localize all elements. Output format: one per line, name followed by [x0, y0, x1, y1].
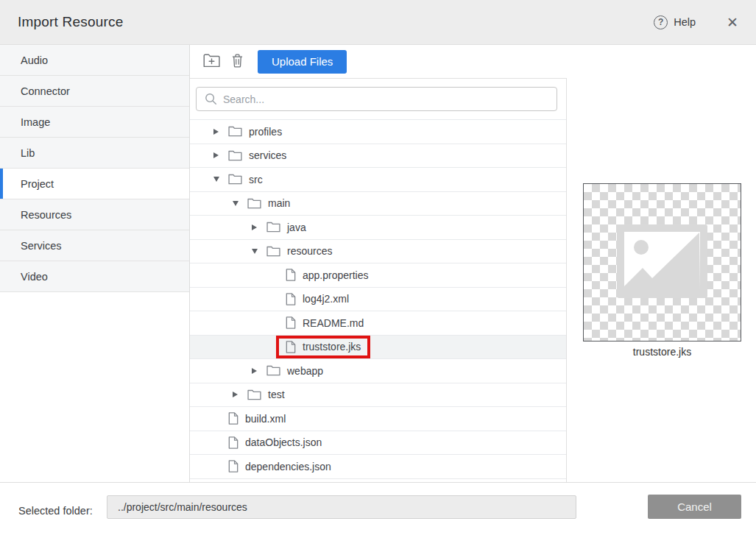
folder-icon	[228, 174, 242, 185]
dialog-body: AudioConnectorImageLibProjectResourcesSe…	[0, 45, 756, 482]
preview-panel: truststore.jks	[567, 78, 756, 482]
expand-arrow-icon[interactable]	[252, 224, 266, 230]
tree-row-label: dataObjects.json	[245, 436, 322, 448]
dialog-title: Import Resource	[18, 14, 123, 30]
tree-row-readme-md[interactable]: README.md	[190, 311, 566, 336]
tree-row-label: main	[268, 197, 290, 209]
tree-row-services[interactable]: services	[190, 144, 566, 169]
folder-icon	[228, 150, 242, 161]
sidebar-item-resources[interactable]: Resources	[0, 199, 189, 230]
expand-arrow-icon[interactable]	[213, 129, 228, 135]
tree-row-java[interactable]: java	[190, 216, 566, 240]
tree-row-app-properties[interactable]: app.properties	[190, 263, 566, 288]
category-sidebar: AudioConnectorImageLibProjectResourcesSe…	[0, 45, 190, 482]
sidebar-item-label: Lib	[21, 147, 35, 159]
tree-row-label: log4j2.xml	[303, 293, 349, 305]
sidebar-item-label: Services	[21, 240, 62, 252]
folder-icon	[266, 246, 280, 257]
header-actions: ? Help ✕	[654, 15, 738, 29]
sidebar-item-services[interactable]: Services	[0, 230, 189, 261]
collapse-arrow-icon[interactable]	[252, 249, 266, 254]
folder-plus-icon	[203, 54, 220, 70]
file-icon	[286, 293, 296, 305]
tree-row-src[interactable]: src	[190, 168, 566, 192]
close-icon[interactable]: ✕	[727, 15, 738, 29]
search-input[interactable]	[196, 87, 557, 111]
delete-button[interactable]	[230, 52, 244, 71]
main-area: Upload Files	[190, 45, 756, 482]
sidebar-item-label: Resources	[21, 209, 71, 221]
file-tree: profilesservicessrcmainjavaresourcesapp.…	[190, 120, 566, 482]
selected-folder-label: Selected folder:	[18, 505, 93, 517]
tree-row-dependencies-json[interactable]: dependencies.json	[190, 455, 566, 479]
broken-image-placeholder-icon	[617, 224, 707, 301]
sidebar-item-image[interactable]: Image	[0, 107, 189, 138]
sidebar-item-label: Video	[21, 271, 48, 283]
tree-row-label: test	[268, 389, 285, 400]
file-icon	[228, 412, 239, 425]
folder-icon	[228, 126, 242, 137]
sidebar-item-label: Connector	[21, 85, 70, 97]
tree-row-label: src	[249, 174, 263, 185]
content-row: profilesservicessrcmainjavaresourcesapp.…	[190, 78, 756, 482]
tree-row-test[interactable]: test	[190, 383, 566, 408]
tree-row-label: app.properties	[303, 269, 369, 281]
file-icon	[228, 460, 239, 472]
tree-row-label: java	[287, 222, 306, 233]
expand-arrow-icon[interactable]	[233, 392, 247, 397]
search-section	[190, 79, 566, 120]
image-preview	[583, 183, 741, 341]
tree-row-label: truststore.jks	[303, 341, 361, 353]
sidebar-item-label: Image	[21, 116, 50, 128]
dialog-footer: Selected folder: Cancel	[0, 482, 756, 538]
sidebar-item-video[interactable]: Video	[0, 261, 189, 292]
sidebar-item-lib[interactable]: Lib	[0, 138, 189, 169]
sidebar-item-label: Audio	[21, 54, 48, 66]
tree-row-label: webapp	[287, 365, 323, 377]
import-resource-dialog: Import Resource ? Help ✕ AudioConnectorI…	[0, 0, 756, 538]
tree-row-label: dependencies.json	[245, 461, 331, 472]
file-icon	[286, 269, 296, 281]
tree-row-resources[interactable]: resources	[190, 240, 566, 264]
sidebar-item-project[interactable]: Project	[0, 169, 189, 199]
annotation-highlight-box: truststore.jks	[276, 336, 370, 358]
selected-folder-input[interactable]	[107, 495, 576, 519]
file-icon	[286, 341, 296, 353]
tree-row-label: profiles	[249, 126, 282, 138]
dialog-header: Import Resource ? Help ✕	[0, 0, 756, 45]
tree-row-build-xml[interactable]: build.xml	[190, 407, 566, 431]
folder-icon	[247, 198, 261, 209]
trash-icon	[232, 54, 243, 70]
tree-row-truststore-jks[interactable]: truststore.jks	[190, 336, 566, 360]
tree-row-label: services	[249, 149, 286, 161]
tree-row-log4j2-xml[interactable]: log4j2.xml	[190, 288, 566, 312]
collapse-arrow-icon[interactable]	[233, 201, 247, 206]
question-circle-icon: ?	[654, 15, 668, 29]
cancel-button[interactable]: Cancel	[648, 495, 741, 519]
collapse-arrow-icon[interactable]	[213, 177, 228, 182]
file-tree-panel: profilesservicessrcmainjavaresourcesapp.…	[190, 78, 567, 482]
folder-icon	[247, 389, 261, 400]
expand-arrow-icon[interactable]	[252, 368, 266, 374]
toolbar: Upload Files	[190, 45, 756, 78]
tree-row-webapp[interactable]: webapp	[190, 359, 566, 383]
tree-row-profiles[interactable]: profiles	[190, 120, 566, 144]
sidebar-item-connector[interactable]: Connector	[0, 76, 189, 107]
expand-arrow-icon[interactable]	[213, 152, 228, 158]
tree-row-label: build.xml	[245, 413, 286, 425]
tree-row-dataobjects-json[interactable]: dataObjects.json	[190, 431, 566, 456]
tree-row-label: resources	[287, 245, 332, 257]
folder-icon	[266, 222, 280, 233]
file-icon	[228, 436, 239, 449]
folder-icon	[266, 365, 280, 376]
file-icon	[286, 316, 296, 329]
tree-row-label: README.md	[303, 317, 364, 329]
help-label: Help	[674, 16, 696, 28]
help-button[interactable]: ? Help	[654, 15, 696, 29]
sidebar-item-label: Project	[21, 178, 54, 190]
sidebar-item-audio[interactable]: Audio	[0, 45, 189, 76]
new-folder-button[interactable]	[202, 52, 222, 71]
tree-row-main[interactable]: main	[190, 192, 566, 216]
upload-files-button[interactable]: Upload Files	[258, 50, 347, 74]
preview-filename: truststore.jks	[583, 346, 741, 358]
